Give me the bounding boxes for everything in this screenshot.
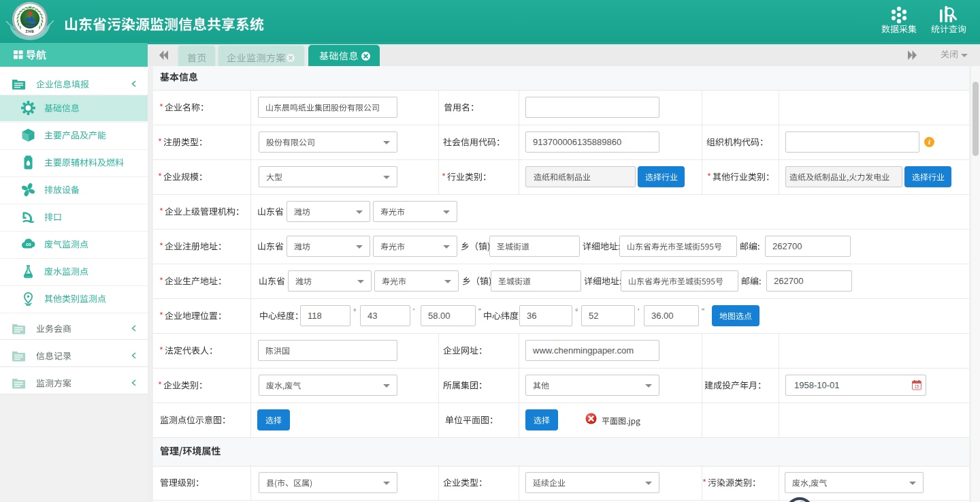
- svg-text:ZHB: ZHB: [25, 29, 34, 33]
- svg-text:15: 15: [914, 384, 919, 389]
- svg-text:co: co: [26, 242, 31, 247]
